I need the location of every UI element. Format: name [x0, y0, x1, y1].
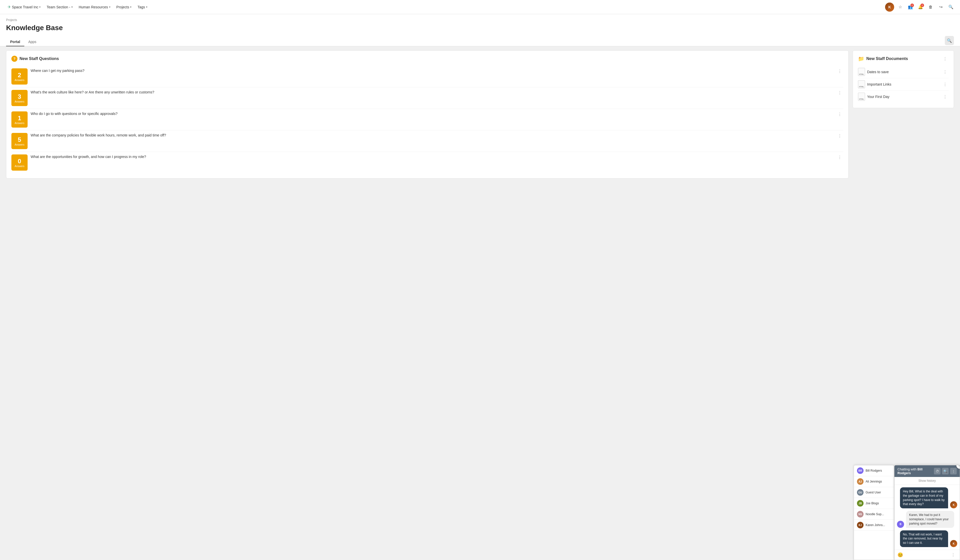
answer-badge: 0 Answers — [11, 154, 27, 171]
answer-badge: 5 Answers — [11, 133, 27, 149]
nav-space-travel[interactable]: ✈ Space Travel Inc ▾ — [5, 3, 43, 11]
main-content: ? New Staff Questions 2 Answers Where ca… — [0, 46, 960, 182]
nav-projects[interactable]: Projects ▾ — [114, 3, 134, 11]
question-text: Where can I get my parking pass? — [30, 68, 833, 74]
question-item: 5 Answers What are the company policies … — [11, 130, 843, 152]
users-badge: 0 — [910, 3, 914, 7]
answer-badge: 3 Answers — [11, 90, 27, 106]
tab-portal[interactable]: Portal — [6, 38, 24, 46]
star-icon-button[interactable]: ☆ — [896, 3, 904, 11]
question-item: 2 Answers Where can I get my parking pas… — [11, 66, 843, 87]
answer-count: 1 — [18, 115, 21, 122]
nav-items-left: ✈ Space Travel Inc ▾ Team Section - ▾ Hu… — [5, 3, 150, 11]
chevron-down-icon: ▾ — [130, 6, 131, 8]
nav-team-section[interactable]: Team Section - ▾ — [44, 3, 75, 11]
question-text: What's the work culture like here? or Ar… — [30, 90, 833, 95]
page-header: Projects Knowledge Base Portal Apps 🔍 — [0, 14, 960, 46]
questions-panel: ? New Staff Questions 2 Answers Where ca… — [6, 50, 849, 179]
top-nav: ✈ Space Travel Inc ▾ Team Section - ▾ Hu… — [0, 0, 960, 14]
doc-item: HTML Dates to save ⋮ — [858, 66, 949, 78]
answer-badge: 1 Answers — [11, 111, 27, 128]
question-text: What are the opportunities for growth, a… — [30, 154, 833, 160]
question-menu-button[interactable]: ⋮ — [836, 154, 843, 160]
question-item: 0 Answers What are the opportunities for… — [11, 152, 843, 173]
trash-icon-button[interactable]: 🗑 — [926, 3, 935, 11]
answers-label: Answers — [15, 165, 24, 168]
answers-label: Answers — [15, 143, 24, 146]
question-menu-button[interactable]: ⋮ — [836, 68, 843, 74]
answer-badge: 2 Answers — [11, 68, 27, 85]
bell-badge: 0 — [920, 3, 924, 7]
documents-section-title: New Staff Documents — [866, 56, 908, 61]
doc-menu-button[interactable]: ⋮ — [941, 94, 949, 100]
rocket-icon: ✈ — [8, 5, 11, 10]
nav-label: Projects — [117, 5, 130, 9]
answer-count: 0 — [18, 158, 21, 165]
nav-label: Tags — [138, 5, 145, 9]
tab-apps[interactable]: Apps — [24, 38, 40, 46]
nav-label: Space Travel Inc — [12, 5, 38, 9]
question-mark-icon: ? — [11, 56, 18, 62]
html-file-icon: HTML — [858, 93, 865, 101]
answer-count: 5 — [18, 136, 21, 143]
question-menu-button[interactable]: ⋮ — [836, 90, 843, 96]
nav-label: Team Section - — [46, 5, 70, 9]
chevron-down-icon: ▾ — [109, 6, 110, 8]
answers-label: Answers — [15, 100, 24, 103]
nav-tags[interactable]: Tags ▾ — [135, 3, 150, 11]
questions-section-header: ? New Staff Questions — [11, 56, 843, 62]
doc-item: HTML Important Links ⋮ — [858, 78, 949, 91]
questions-section-title: New Staff Questions — [19, 56, 59, 61]
answer-count: 3 — [18, 93, 21, 100]
answers-label: Answers — [15, 79, 24, 82]
doc-menu-button[interactable]: ⋮ — [941, 69, 949, 75]
folder-icon: 📁 — [858, 56, 864, 62]
answers-label: Answers — [15, 122, 24, 125]
doc-item: HTML Your First Day ⋮ — [858, 91, 949, 103]
chevron-down-icon: ▾ — [71, 6, 73, 8]
content-search-button[interactable]: 🔍 — [945, 36, 954, 45]
question-text: What are the company policies for flexib… — [30, 133, 833, 138]
html-file-icon: HTML — [858, 80, 865, 88]
bell-icon-button[interactable]: 🔔0 — [917, 3, 925, 11]
question-item: 3 Answers What's the work culture like h… — [11, 87, 843, 109]
doc-name[interactable]: Your First Day — [867, 95, 890, 99]
documents-panel: 📁 New Staff Documents ⋮ HTML Dates to sa… — [853, 50, 954, 108]
doc-name[interactable]: Dates to save — [867, 70, 889, 74]
tab-bar: Portal Apps 🔍 — [6, 36, 954, 46]
nav-human-resources[interactable]: Human Resources ▾ — [76, 3, 113, 11]
doc-name[interactable]: Important Links — [867, 82, 891, 86]
html-file-icon: HTML — [858, 68, 865, 76]
search-icon-button[interactable]: 🔍 — [947, 3, 955, 11]
documents-menu-button[interactable]: ⋮ — [941, 56, 949, 62]
chevron-down-icon: ▾ — [146, 6, 147, 8]
answer-count: 2 — [18, 72, 21, 79]
avatar[interactable]: K — [885, 3, 894, 12]
signout-icon-button[interactable]: ↪ — [937, 3, 945, 11]
breadcrumb: Projects — [6, 18, 954, 22]
nav-items-right: K ☆ 👥0 🔔0 🗑 ↪ 🔍 — [885, 3, 955, 12]
documents-section-header: 📁 New Staff Documents ⋮ — [858, 56, 949, 62]
nav-label: Human Resources — [79, 5, 108, 9]
question-text: Who do I go to with questions or for spe… — [30, 111, 833, 117]
question-menu-button[interactable]: ⋮ — [836, 133, 843, 139]
doc-menu-button[interactable]: ⋮ — [941, 82, 949, 87]
chevron-down-icon: ▾ — [39, 6, 40, 8]
page-title: Knowledge Base — [6, 24, 954, 32]
question-menu-button[interactable]: ⋮ — [836, 111, 843, 117]
question-item: 1 Answers Who do I go to with questions … — [11, 109, 843, 130]
users-icon-button[interactable]: 👥0 — [906, 3, 914, 11]
